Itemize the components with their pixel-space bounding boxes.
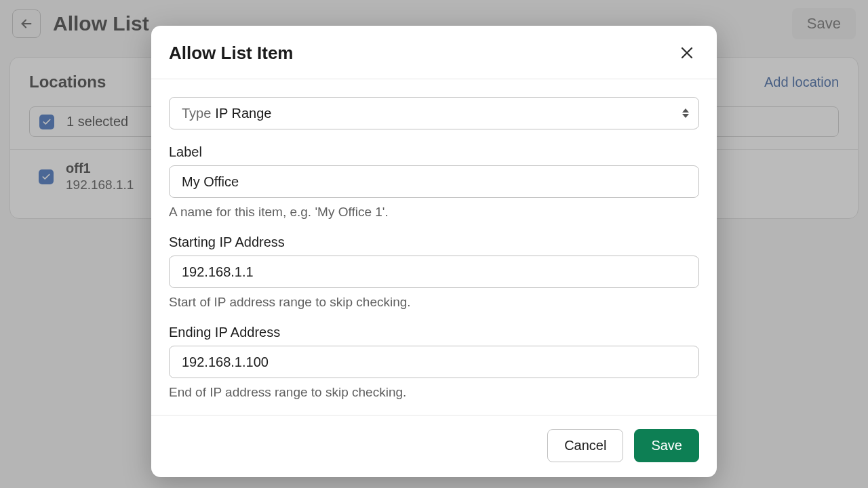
- end-ip-hint: End of IP address range to skip checking…: [169, 385, 699, 400]
- type-select[interactable]: Type IP Range: [169, 97, 699, 129]
- chevron-updown-icon: [682, 108, 689, 118]
- start-ip-label: Starting IP Address: [169, 235, 699, 250]
- svg-marker-3: [682, 114, 689, 118]
- cancel-button[interactable]: Cancel: [547, 429, 623, 462]
- label-input[interactable]: [169, 165, 699, 198]
- close-button[interactable]: [675, 41, 699, 65]
- type-label: Type: [182, 106, 211, 121]
- modal-overlay[interactable]: Allow List Item Type IP Range: [0, 0, 868, 488]
- modal-title: Allow List Item: [169, 43, 293, 64]
- start-ip-hint: Start of IP address range to skip checki…: [169, 295, 699, 310]
- end-ip-input[interactable]: [169, 346, 699, 378]
- modal-save-button[interactable]: Save: [634, 429, 699, 462]
- label-field-label: Label: [169, 144, 699, 160]
- start-ip-input[interactable]: [169, 256, 699, 288]
- allow-list-item-modal: Allow List Item Type IP Range: [151, 26, 717, 477]
- close-icon: [679, 45, 695, 61]
- label-hint: A name for this item, e.g. 'My Office 1'…: [169, 205, 699, 220]
- end-ip-label: Ending IP Address: [169, 325, 699, 340]
- svg-marker-2: [682, 108, 689, 113]
- type-value: IP Range: [215, 106, 271, 121]
